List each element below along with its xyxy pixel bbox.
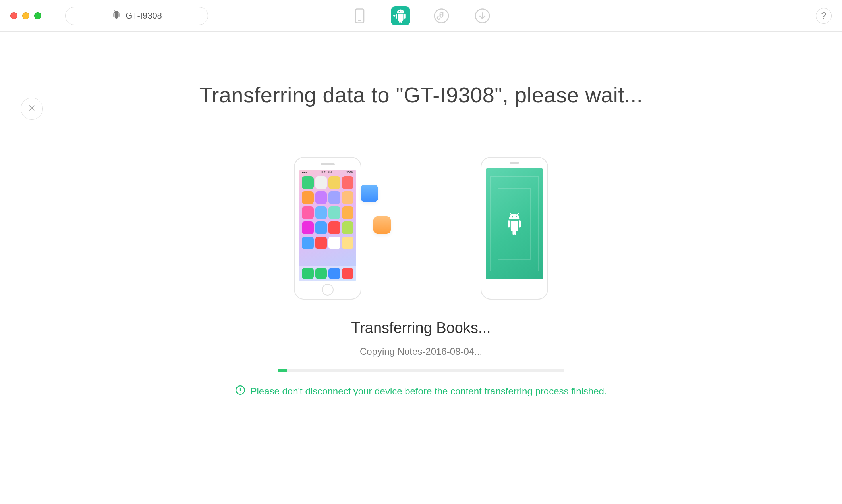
ios-app-icon (328, 176, 340, 189)
close-icon (27, 102, 36, 115)
main-tab-icons (350, 6, 492, 25)
ios-app-icon (342, 191, 354, 204)
floating-tile-orange-icon (373, 216, 391, 234)
main-content: Transferring data to "GT-I9308", please … (0, 83, 842, 504)
target-android (481, 157, 548, 300)
status-subtitle: Copying Notes-2016-08-04... (0, 346, 842, 357)
iphone-app-grid (299, 175, 356, 266)
ios-app-icon (342, 206, 354, 219)
ios-app-icon (315, 176, 327, 189)
android-screen (486, 168, 543, 279)
close-button[interactable] (21, 98, 43, 120)
ios-app-icon (302, 206, 314, 219)
progress-bar-fill (278, 369, 287, 372)
ios-dock-app-icon (302, 268, 314, 279)
help-button[interactable]: ? (816, 8, 832, 24)
window-minimize-button[interactable] (22, 12, 29, 19)
devices-illustration: ••••• 9:41 AM 100% (0, 157, 842, 300)
ios-app-icon (342, 176, 354, 189)
help-icon: ? (821, 10, 826, 21)
ios-dock-app-icon (328, 268, 340, 279)
iphone-speaker (321, 163, 335, 165)
ios-app-icon (328, 221, 340, 234)
transfer-status: Transferring Books... Copying Notes-2016… (0, 319, 842, 398)
window-close-button[interactable] (10, 12, 17, 19)
ios-app-icon (315, 191, 327, 204)
ios-app-icon (302, 221, 314, 234)
ios-signal: ••••• (302, 171, 307, 174)
svg-point-2 (435, 9, 448, 23)
ios-app-icon (328, 237, 340, 249)
android-speaker (510, 162, 519, 164)
floating-tile-blue-icon (361, 185, 378, 202)
ios-app-icon (315, 206, 327, 219)
iphone-statusbar: ••••• 9:41 AM 100% (299, 170, 356, 175)
ios-app-icon (302, 176, 314, 189)
ios-app-icon (328, 206, 340, 219)
device-selector[interactable]: GT-I9308 (65, 7, 208, 25)
ios-app-icon (342, 237, 354, 249)
ios-app-icon (302, 237, 314, 249)
source-iphone-wrap: ••••• 9:41 AM 100% (294, 157, 361, 300)
window-zoom-button[interactable] (34, 12, 41, 19)
warning-text: Please don't disconnect your device befo… (250, 386, 606, 397)
iphone-screen: ••••• 9:41 AM 100% (299, 170, 356, 281)
titlebar: GT-I9308 (0, 0, 842, 32)
ios-app-icon (342, 221, 354, 234)
tab-android-transfer[interactable] (391, 6, 410, 25)
svg-point-8 (240, 392, 241, 393)
iphone-dock (299, 266, 356, 281)
tab-phone[interactable] (350, 6, 369, 25)
ios-battery: 100% (346, 171, 353, 174)
android-icon (111, 10, 122, 22)
status-title: Transferring Books... (0, 319, 842, 337)
progress-bar (278, 369, 564, 372)
device-name-label: GT-I9308 (126, 11, 162, 21)
window-traffic-lights (10, 12, 41, 19)
ios-dock-app-icon (342, 268, 354, 279)
ios-time: 9:41 AM (321, 171, 332, 174)
ios-app-icon (315, 237, 327, 249)
ios-app-icon (302, 191, 314, 204)
tab-download[interactable] (473, 6, 492, 25)
ios-app-icon (328, 191, 340, 204)
source-iphone: ••••• 9:41 AM 100% (294, 157, 361, 300)
warning-message: Please don't disconnect your device befo… (0, 385, 842, 398)
tab-music[interactable] (432, 6, 451, 25)
ios-app-icon (315, 221, 327, 234)
iphone-home-button (322, 284, 334, 296)
android-logo-icon (503, 210, 525, 237)
page-title: Transferring data to "GT-I9308", please … (0, 83, 842, 107)
warning-icon (235, 385, 245, 398)
ios-dock-app-icon (315, 268, 327, 279)
